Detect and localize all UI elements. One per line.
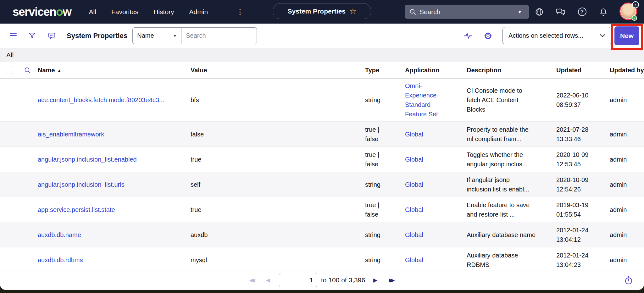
chat-icon[interactable]: [556, 7, 565, 17]
dropdown-arrow-icon: ▼: [518, 9, 522, 14]
value-cell: self: [187, 180, 361, 189]
application-link[interactable]: Global: [405, 255, 423, 265]
pagination-range-text: to 100 of 3,396: [321, 276, 365, 284]
updated-cell: 2022-06-10 08:59:37: [552, 91, 603, 109]
updated-cell: 2021-07-28 13:33:46: [552, 125, 603, 144]
bell-icon[interactable]: [599, 7, 608, 17]
filter-icon[interactable]: [28, 32, 36, 40]
last-page-button[interactable]: ▶▶: [389, 278, 395, 283]
updated-by-cell: admin: [606, 205, 644, 214]
property-name-link[interactable]: auxdb.db.name: [38, 231, 81, 238]
actions-dropdown[interactable]: Actions on selected rows...: [502, 27, 611, 44]
table-row[interactable]: ais_enablemlframework false true | false…: [0, 122, 644, 147]
property-name-link[interactable]: ais_enablemlframework: [38, 131, 104, 138]
star-icon[interactable]: ☆: [349, 7, 356, 16]
servicenow-logo[interactable]: servicenow: [13, 5, 71, 19]
table-row[interactable]: angular.jsonp.inclusion_list.urls self s…: [0, 172, 644, 197]
updated-by-cell: admin: [606, 95, 644, 105]
table-row[interactable]: app.service.persist.list.state true true…: [0, 197, 644, 222]
page-number-input[interactable]: [279, 273, 317, 287]
value-cell: true: [187, 155, 361, 164]
next-page-button[interactable]: ▶: [373, 278, 377, 283]
property-name-link[interactable]: angular.jsonp.inclusion_list.urls: [38, 181, 125, 188]
nav-item-all[interactable]: All: [89, 8, 96, 16]
type-cell: string: [361, 180, 395, 189]
actions-dropdown-label: Actions on selected rows...: [508, 32, 583, 39]
search-field-value: Name: [137, 32, 154, 39]
application-link[interactable]: Global: [405, 130, 423, 139]
column-header-application[interactable]: Application: [401, 67, 463, 74]
column-header-updated[interactable]: Updated: [552, 67, 606, 74]
activity-icon[interactable]: [464, 31, 472, 40]
property-name-link[interactable]: angular.jsonp.inclusion_list.enabled: [38, 156, 137, 163]
type-cell: string: [361, 95, 395, 105]
property-name-link[interactable]: app.service.persist.list.state: [38, 206, 115, 213]
updated-by-cell: admin: [606, 155, 644, 164]
select-all-checkbox[interactable]: [6, 67, 13, 74]
application-link[interactable]: Global: [405, 155, 423, 164]
column-header-name[interactable]: Name▲: [34, 67, 187, 74]
presence-badge: ✓: [632, 15, 637, 21]
property-name-link[interactable]: ace.content_blocks.fetch.mode.f80203e4c3…: [38, 97, 164, 103]
application-link[interactable]: Global: [405, 230, 423, 240]
value-cell: mysql: [187, 255, 361, 265]
property-name-link[interactable]: auxdb.db.rdbms: [38, 257, 83, 263]
pagination-footer: ◀◀ ◀ to 100 of 3,396 ▶ ▶▶: [0, 270, 644, 290]
value-cell: bfs: [187, 95, 361, 105]
favorite-page-pill[interactable]: System Properties ☆: [273, 3, 371, 19]
search-field-selector[interactable]: Name ▼: [133, 28, 181, 44]
updated-by-cell: admin: [606, 230, 644, 240]
column-header-updated-by[interactable]: Updated by: [606, 67, 644, 74]
gear-icon[interactable]: [484, 31, 492, 40]
column-header-value[interactable]: Value: [187, 67, 361, 74]
table-row[interactable]: auxdb.db.rdbms mysql string Global Auxil…: [0, 247, 644, 273]
menu-icon[interactable]: [10, 33, 17, 39]
select-arrow-icon: ▼: [173, 34, 177, 38]
global-search-input[interactable]: [419, 8, 511, 16]
breadcrumb-label: All: [6, 51, 14, 59]
description-cell: CI Console mode to fetch ACE Content Blo…: [463, 86, 541, 114]
type-cell: true | false: [361, 150, 395, 169]
application-link[interactable]: Omni-Experience Standard Feature Set: [405, 81, 447, 119]
list-search-icon[interactable]: [21, 67, 34, 74]
application-link[interactable]: Global: [405, 205, 423, 214]
new-button[interactable]: New: [614, 26, 639, 45]
breadcrumb[interactable]: All: [0, 48, 644, 62]
description-cell: Property to enable the ml compliant fram…: [463, 125, 541, 144]
table-row[interactable]: ace.content_blocks.fetch.mode.f80203e4c3…: [0, 79, 644, 122]
updated-cell: 2020-10-09 12:54:26: [552, 175, 603, 194]
type-cell: string: [361, 255, 395, 265]
type-cell: string: [361, 230, 395, 240]
help-icon[interactable]: ?: [577, 7, 587, 17]
first-page-button[interactable]: ◀◀: [249, 278, 255, 283]
description-cell: If angular jsonp inclusion list is enabl…: [463, 175, 541, 194]
table-row[interactable]: angular.jsonp.inclusion_list.enabled tru…: [0, 147, 644, 172]
column-header-type[interactable]: Type: [361, 67, 401, 74]
kebab-menu-icon[interactable]: ⋮: [236, 8, 244, 16]
prev-page-button[interactable]: ◀: [266, 278, 270, 283]
type-cell: true | false: [361, 200, 395, 219]
column-header-description[interactable]: Description: [463, 67, 552, 74]
updated-by-cell: admin: [606, 130, 644, 139]
list-search-input[interactable]: [181, 28, 257, 44]
main-menu: All Favorites History Admin ⋮: [89, 8, 244, 16]
value-cell: true: [187, 205, 361, 214]
nav-item-admin[interactable]: Admin: [189, 8, 208, 16]
application-link[interactable]: Global: [405, 180, 423, 189]
globe-icon[interactable]: [535, 7, 544, 17]
timer-icon[interactable]: [624, 275, 633, 286]
updated-cell: 2019-03-19 01:55:54: [552, 200, 603, 219]
chevron-down-icon: [600, 34, 605, 37]
search-icon: [409, 8, 416, 15]
table-header: Name▲ Value Type Application Description…: [0, 62, 644, 79]
search-scope-dropdown[interactable]: ▼: [511, 5, 529, 18]
nav-item-favorites[interactable]: Favorites: [111, 8, 138, 16]
top-navigation: servicenow All Favorites History Admin ⋮…: [0, 0, 644, 24]
comments-icon[interactable]: [47, 32, 56, 40]
pager: ◀◀ ◀ to 100 of 3,396 ▶ ▶▶: [249, 273, 395, 287]
avatar[interactable]: ↑ ✓: [619, 3, 637, 20]
table-row[interactable]: auxdb.db.name auxdb string Global Auxili…: [0, 222, 644, 247]
update-badge: ↑: [632, 1, 639, 8]
nav-item-history[interactable]: History: [153, 8, 174, 16]
global-search[interactable]: ▼: [405, 5, 529, 19]
